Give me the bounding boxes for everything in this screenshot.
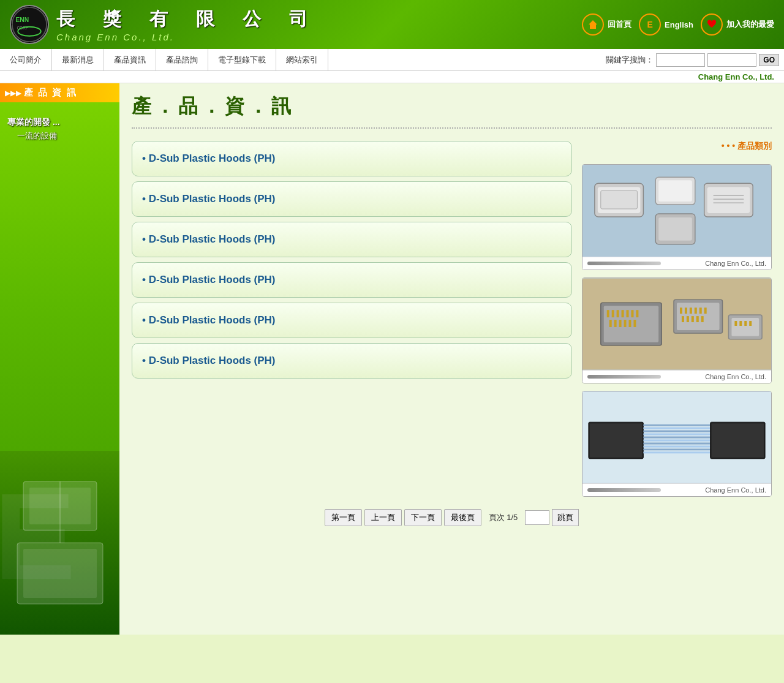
nav-item-company[interactable]: 公司簡介	[0, 49, 52, 70]
svg-rect-54	[734, 321, 737, 326]
sidebar-arrows-icon: ▶▶▶	[5, 89, 21, 97]
heart-svg	[706, 19, 717, 30]
search-input-1[interactable]	[656, 53, 705, 67]
product-item-1[interactable]: D-Sub Plastic Hoods (PH)	[132, 181, 572, 217]
svg-rect-57	[749, 321, 752, 326]
svg-rect-55	[739, 321, 742, 326]
sidebar-illustration	[11, 457, 109, 628]
nav-item-products[interactable]: 產品資訊	[104, 49, 156, 70]
product-item-text-5: D-Sub Plastic Hoods (PH)	[142, 355, 276, 366]
search-input-2[interactable]	[707, 53, 756, 67]
thumb-footer-bar-2	[587, 488, 661, 492]
thumb-card-1[interactable]: Chang Enn Co., Ltd.	[582, 277, 772, 383]
connector-svg-1	[582, 165, 771, 257]
thumb-footer-label-1: Chang Enn Co., Ltd.	[705, 373, 766, 380]
favorite-label: 加入我的最愛	[726, 19, 774, 30]
svg-rect-28	[617, 310, 619, 317]
product-thumbs: 產品類別	[582, 141, 772, 497]
svg-rect-30	[627, 310, 629, 317]
product-item-text-2: D-Sub Plastic Hoods (PH)	[142, 233, 276, 245]
nav-item-news[interactable]: 最新消息	[52, 49, 104, 70]
sidebar-title-bar: ▶▶▶ 產 品 資 訊	[0, 83, 119, 102]
prev-page-button[interactable]: 上一頁	[364, 509, 402, 526]
logo-svg: ENN CORP	[11, 6, 48, 43]
svg-rect-17	[658, 217, 692, 241]
two-col: D-Sub Plastic Hoods (PH) D-Sub Plastic H…	[132, 141, 772, 497]
product-item-5[interactable]: D-Sub Plastic Hoods (PH)	[132, 343, 572, 379]
svg-marker-4	[589, 20, 597, 29]
home-label: 回首頁	[608, 19, 631, 30]
sidebar-image-placeholder	[0, 451, 119, 635]
home-svg	[587, 19, 598, 30]
nav-search: 關鍵字搜詢： GO	[606, 53, 784, 67]
english-icon: E	[639, 13, 661, 36]
brand-label: Chang Enn Co., Ltd.	[698, 72, 774, 81]
svg-rect-26	[607, 310, 609, 317]
thumb-card-0[interactable]: Chang Enn Co., Ltd.	[582, 164, 772, 270]
jump-button[interactable]: 跳頁	[552, 509, 579, 526]
svg-rect-41	[680, 308, 682, 314]
nav-item-catalog[interactable]: 電子型錄下載	[208, 49, 276, 70]
nav-item-inquiry[interactable]: 產品諮詢	[156, 49, 208, 70]
thumb-footer-label-2: Chang Enn Co., Ltd.	[705, 486, 766, 494]
svg-rect-29	[622, 310, 624, 317]
svg-rect-48	[687, 316, 689, 322]
connector-svg-2	[582, 278, 771, 370]
product-item-4[interactable]: D-Sub Plastic Hoods (PH)	[132, 303, 572, 338]
sidebar-slogan2: 一流的設備	[0, 130, 119, 149]
svg-rect-13	[601, 191, 638, 209]
thumb-footer-bar-0	[587, 262, 661, 265]
page-title: 產．品．資．訊	[132, 93, 772, 129]
svg-rect-38	[633, 320, 636, 327]
svg-rect-42	[685, 308, 687, 314]
content-inner: 產．品．資．訊 D-Sub Plastic Hoods (PH) D-Sub P…	[119, 83, 784, 545]
favorite-button[interactable]: 加入我的最愛	[701, 13, 774, 36]
product-item-text-3: D-Sub Plastic Hoods (PH)	[142, 274, 276, 285]
thumb-footer-bar-1	[587, 375, 661, 379]
svg-rect-33	[609, 320, 612, 327]
product-item-2[interactable]: D-Sub Plastic Hoods (PH)	[132, 222, 572, 257]
go-button[interactable]: GO	[759, 54, 779, 66]
home-icon	[582, 13, 604, 36]
heart-icon	[701, 13, 723, 36]
svg-rect-37	[629, 320, 631, 327]
page-input[interactable]	[525, 510, 549, 525]
english-label: English	[665, 20, 693, 29]
sidebar-image-area	[0, 451, 119, 635]
english-button[interactable]: E English	[639, 13, 693, 36]
company-names: 長 獎 有 限 公 司 Chang Enn Co., Ltd.	[56, 7, 312, 42]
thumb-card-2[interactable]: Chang Enn Co., Ltd.	[582, 391, 772, 497]
svg-rect-50	[696, 316, 699, 322]
nav-bar: 公司簡介 最新消息 產品資訊 產品諮詢 電子型錄下載 網站索引 關鍵字搜詢： G…	[0, 49, 784, 71]
svg-rect-53	[731, 318, 759, 336]
svg-rect-51	[701, 316, 704, 322]
thumb-image-0	[582, 165, 771, 257]
logo-area: ENN CORP 長 獎 有 限 公 司 Chang Enn Co., Ltd.	[10, 5, 312, 44]
last-page-button[interactable]: 最後頁	[444, 509, 481, 526]
main-layout: ▶▶▶ 產 品 資 訊 專業的開發 ... 一流的設備 E 產．品．資．訊	[0, 83, 784, 635]
svg-rect-8	[23, 549, 97, 598]
product-item-text-1: D-Sub Plastic Hoods (PH)	[142, 193, 276, 205]
svg-rect-34	[614, 320, 617, 327]
category-header: 產品類別	[582, 141, 772, 152]
product-item-0[interactable]: D-Sub Plastic Hoods (PH)	[132, 141, 572, 176]
home-button[interactable]: 回首頁	[582, 13, 631, 36]
next-page-button[interactable]: 下一頁	[404, 509, 442, 526]
nav-item-sitemap[interactable]: 網站索引	[276, 49, 328, 70]
thumb-footer-0: Chang Enn Co., Ltd.	[582, 257, 771, 270]
header: ENN CORP 長 獎 有 限 公 司 Chang Enn Co., Ltd.…	[0, 0, 784, 49]
svg-text:ENN: ENN	[16, 17, 29, 23]
header-right: 回首頁 E English 加入我的最愛	[582, 13, 774, 36]
svg-rect-31	[631, 310, 633, 317]
svg-rect-60	[590, 423, 642, 458]
thumb-footer-label-0: Chang Enn Co., Ltd.	[705, 260, 766, 267]
sidebar-slogan1: 專業的開發 ...	[0, 107, 119, 130]
product-item-3[interactable]: D-Sub Plastic Hoods (PH)	[132, 262, 572, 298]
search-label: 關鍵字搜詢：	[606, 55, 654, 66]
connector-svg-3	[582, 391, 771, 483]
svg-rect-35	[619, 320, 622, 327]
svg-rect-44	[695, 308, 697, 314]
svg-rect-45	[699, 308, 702, 314]
first-page-button[interactable]: 第一頁	[325, 509, 362, 526]
svg-rect-43	[690, 308, 692, 314]
